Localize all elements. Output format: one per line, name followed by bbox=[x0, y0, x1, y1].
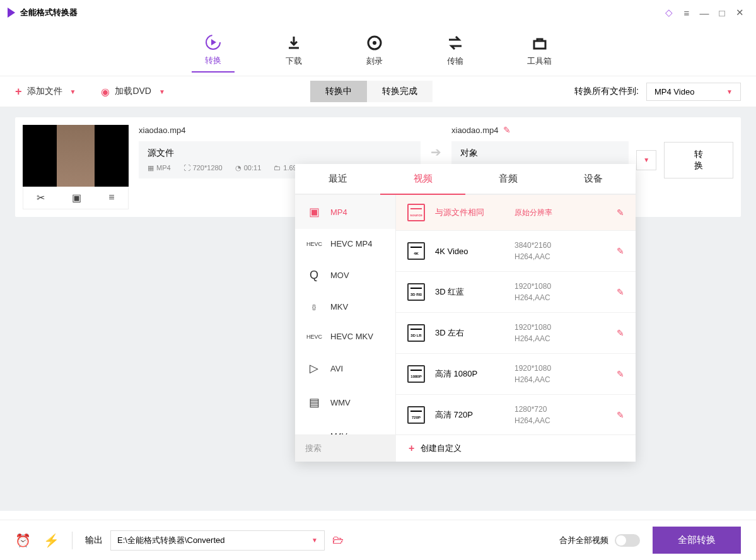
arrow-right-icon: ➔ bbox=[431, 144, 441, 160]
format-option[interactable]: ▤WMV bbox=[295, 385, 395, 419]
source-format: ▦ MP4 bbox=[148, 164, 171, 172]
preset-option[interactable]: 3D RB3D 红蓝1920*1080H264,AAC✎ bbox=[396, 272, 636, 313]
toolbox-icon bbox=[531, 34, 549, 52]
gpu-icon[interactable]: ⚡ bbox=[44, 533, 59, 548]
add-file-button[interactable]: + 添加文件 ▼ bbox=[15, 85, 76, 98]
preset-meta: 1920*1080H264,AAC bbox=[515, 281, 607, 303]
format-search-input[interactable]: 搜索 bbox=[295, 435, 396, 462]
format-option[interactable]: HEVCHEVC MP4 bbox=[295, 229, 395, 259]
nav-convert[interactable]: 转换 bbox=[192, 28, 235, 73]
preset-icon: source bbox=[407, 204, 425, 221]
preset-edit-icon[interactable]: ✎ bbox=[617, 410, 624, 420]
preset-option[interactable]: 4K4K Video3840*2160H264,AAC✎ bbox=[396, 231, 636, 272]
picker-tab-audio[interactable]: 音频 bbox=[465, 164, 550, 194]
preset-icon: 1080P bbox=[407, 365, 425, 383]
preset-edit-icon[interactable]: ✎ bbox=[617, 246, 624, 256]
convert-icon bbox=[204, 33, 222, 51]
preset-icon: 720P bbox=[407, 406, 425, 424]
format-icon: ▣ bbox=[306, 205, 322, 219]
preset-name: 3D 红蓝 bbox=[435, 286, 504, 298]
output-format-select[interactable]: MP4 Video ▼ bbox=[646, 83, 741, 101]
svg-marker-1 bbox=[211, 39, 216, 45]
preset-option[interactable]: 1080P高清 1080P1920*1080H264,AAC✎ bbox=[396, 354, 636, 395]
plus-icon: + bbox=[15, 85, 22, 98]
format-option[interactable]: ⌐M4V bbox=[295, 419, 395, 435]
tab-done[interactable]: 转换完成 bbox=[367, 81, 433, 102]
merge-toggle[interactable] bbox=[615, 534, 640, 547]
preset-edit-icon[interactable]: ✎ bbox=[617, 207, 624, 218]
preset-meta: 1920*1080H264,AAC bbox=[515, 363, 607, 385]
picker-tab-device[interactable]: 设备 bbox=[550, 164, 636, 194]
minimize-button[interactable]: — bbox=[695, 4, 713, 21]
preset-meta: 3840*2160H264,AAC bbox=[515, 240, 607, 262]
format-picker-panel: 最近 视频 音频 设备 ▣MP4HEVCHEVC MP4QMOV{}MKVHEV… bbox=[295, 164, 636, 462]
source-filename: xiaodao.mp4 bbox=[139, 125, 421, 135]
format-label: MP4 bbox=[330, 207, 347, 217]
tab-converting[interactable]: 转换中 bbox=[310, 81, 367, 102]
preset-icon: 3D RB bbox=[407, 283, 425, 301]
preset-option[interactable]: 720P高清 720P1280*720H264,AAC✎ bbox=[396, 395, 636, 435]
output-label: 输出 bbox=[85, 535, 103, 546]
chevron-down-icon: ▼ bbox=[311, 537, 318, 544]
svg-point-3 bbox=[373, 41, 376, 45]
effects-icon[interactable]: ≡ bbox=[108, 192, 114, 204]
preset-edit-icon[interactable]: ✎ bbox=[617, 369, 624, 379]
preset-icon: 3D LR bbox=[407, 324, 425, 342]
format-option[interactable]: ▷AVI bbox=[295, 351, 395, 385]
add-file-label: 添加文件 bbox=[27, 86, 62, 97]
open-folder-icon[interactable]: 🗁 bbox=[332, 534, 344, 547]
load-dvd-button[interactable]: ◉ 加载DVD ▼ bbox=[101, 86, 165, 98]
edit-filename-icon[interactable]: ✎ bbox=[503, 125, 511, 135]
preset-meta: 1920*1080H264,AAC bbox=[515, 322, 607, 344]
format-option[interactable]: {}MKV bbox=[295, 292, 395, 322]
preset-option[interactable]: source与源文件相同原始分辨率✎ bbox=[396, 195, 636, 231]
plus-icon: + bbox=[409, 443, 414, 454]
convert-all-button[interactable]: 全部转换 bbox=[653, 527, 741, 554]
burn-icon bbox=[366, 34, 383, 52]
picker-tab-recent[interactable]: 最近 bbox=[295, 164, 380, 194]
preset-icon: 4K bbox=[407, 242, 425, 260]
target-format-dropdown[interactable]: ▼ bbox=[636, 150, 656, 170]
load-dvd-label: 加载DVD bbox=[115, 86, 151, 97]
format-option[interactable]: ▣MP4 bbox=[295, 195, 395, 229]
format-label: MOV bbox=[330, 271, 349, 280]
output-path-field[interactable]: E:\全能格式转换器\Converted ▼ bbox=[110, 530, 325, 551]
format-label: HEVC MP4 bbox=[330, 239, 372, 248]
nav-download[interactable]: 下载 bbox=[272, 29, 315, 72]
preset-name: 3D 左右 bbox=[435, 327, 504, 339]
schedule-icon[interactable]: ⏰ bbox=[15, 533, 31, 548]
source-duration: ◔ 00:11 bbox=[235, 164, 262, 172]
nav-transfer[interactable]: 传输 bbox=[434, 29, 477, 72]
app-logo-icon bbox=[8, 8, 15, 18]
chevron-down-icon: ▼ bbox=[159, 88, 165, 95]
menu-icon[interactable]: ≡ bbox=[678, 4, 695, 21]
nav-convert-label: 转换 bbox=[205, 55, 221, 66]
nav-toolbox[interactable]: 工具箱 bbox=[515, 29, 564, 72]
format-label: HEVC MKV bbox=[330, 332, 373, 341]
crop-icon[interactable]: ▣ bbox=[72, 192, 81, 204]
format-icon: ▷ bbox=[306, 361, 322, 375]
preset-name: 4K Video bbox=[435, 247, 504, 256]
maximize-button[interactable]: □ bbox=[713, 4, 731, 21]
format-icon: ▤ bbox=[306, 395, 322, 409]
user-icon[interactable]: ◇ bbox=[660, 4, 678, 21]
preset-meta: 1280*720H264,AAC bbox=[515, 404, 607, 426]
target-filename: xiaodao.mp4 bbox=[451, 125, 498, 135]
nav-transfer-label: 传输 bbox=[447, 55, 463, 67]
close-button[interactable]: ✕ bbox=[731, 4, 748, 21]
output-format-value: MP4 Video bbox=[654, 87, 694, 96]
cut-icon[interactable]: ✂ bbox=[37, 192, 45, 204]
nav-download-label: 下载 bbox=[286, 55, 302, 67]
nav-burn[interactable]: 刻录 bbox=[353, 29, 396, 72]
format-option[interactable]: QMOV bbox=[295, 259, 395, 292]
convert-button[interactable]: 转换 bbox=[664, 142, 733, 178]
video-thumbnail[interactable] bbox=[23, 125, 129, 187]
preset-edit-icon[interactable]: ✎ bbox=[617, 328, 624, 338]
create-custom-button[interactable]: + 创建自定义 bbox=[396, 435, 636, 462]
format-option[interactable]: HEVCHEVC MKV bbox=[295, 322, 395, 351]
picker-tab-video[interactable]: 视频 bbox=[380, 164, 465, 195]
preset-meta: 原始分辨率 bbox=[515, 207, 607, 218]
preset-option[interactable]: 3D LR3D 左右1920*1080H264,AAC✎ bbox=[396, 313, 636, 354]
preset-edit-icon[interactable]: ✎ bbox=[617, 287, 624, 297]
format-label: MKV bbox=[330, 302, 348, 312]
